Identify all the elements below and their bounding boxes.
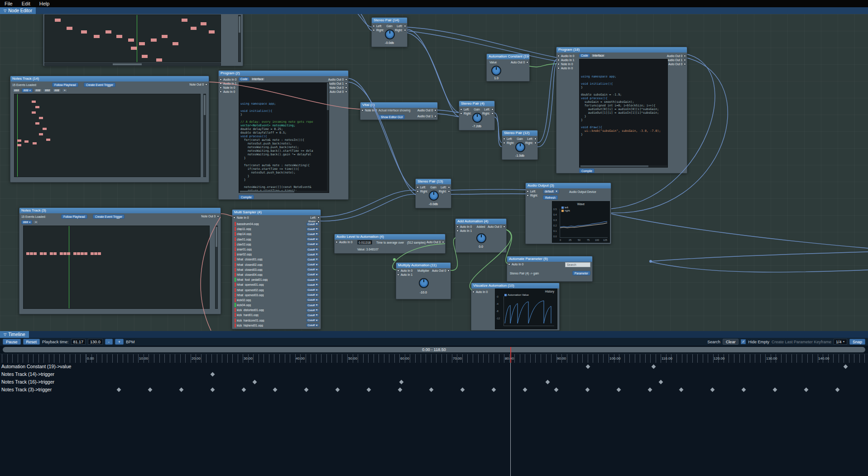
note-block[interactable] — [131, 47, 137, 50]
port-dot[interactable] — [434, 115, 436, 117]
track-row-notes-track-3[interactable]: Notes Track (3)->trigger — [0, 386, 868, 394]
pattern-tab[interactable]: ### — [34, 88, 42, 92]
port-dot[interactable] — [336, 241, 338, 243]
port-dot[interactable] — [534, 142, 537, 144]
keyframe-diamond[interactable] — [773, 388, 777, 392]
tab-node-editor[interactable]: ▽ Node Editor — [0, 7, 36, 14]
node-header[interactable]: Automation Constant (19) — [487, 54, 529, 59]
port-dot[interactable] — [345, 82, 347, 85]
note-in-0-port[interactable]: Note In 0 — [220, 86, 235, 89]
keyframe-diamond[interactable] — [617, 388, 621, 392]
note-block[interactable] — [43, 128, 47, 130]
port-dot[interactable] — [508, 263, 510, 265]
keyframe-diamond[interactable] — [554, 388, 559, 392]
keyframe-diamond[interactable] — [679, 388, 684, 392]
gain-knob[interactable] — [429, 191, 439, 201]
sample-row[interactable]: snar02.ogg Cutoff▼ — [234, 252, 320, 257]
auto-out-0-port[interactable]: Auto Out 0 — [668, 63, 686, 66]
note-in-0-port[interactable]: Note In 0 — [557, 63, 573, 66]
cutoff-select[interactable]: Cutoff▼ — [306, 227, 319, 231]
note-block[interactable] — [17, 144, 21, 146]
keyframe-diamond[interactable] — [652, 365, 656, 369]
note-block[interactable] — [17, 139, 21, 142]
bpm-decrease-button[interactable]: - — [105, 339, 113, 345]
node-header[interactable]: Stereo Pair (13) — [416, 179, 451, 184]
keyframe-diamond[interactable] — [586, 365, 590, 369]
auto-in-0-port[interactable]: Auto In 0 — [472, 290, 488, 293]
note-in-0-port[interactable]: Note In 0 — [233, 216, 249, 219]
node-audio-level-to-automation-4[interactable]: Audio Level to Automation (4) Audio In 0… — [334, 234, 446, 254]
node-multiply-automation-11[interactable]: Multiply Automation (11) Auto In 0 Multi… — [396, 262, 451, 299]
keyframe-diamond[interactable] — [710, 388, 715, 392]
note-block[interactable] — [33, 142, 37, 144]
auto-in-0-port[interactable]: Auto In 0 — [220, 90, 235, 93]
keyframe-diamond[interactable] — [648, 388, 652, 392]
auto-in-0-port[interactable]: Auto In 0 — [557, 67, 573, 70]
note-block[interactable] — [94, 35, 100, 38]
auto-out-0-port[interactable]: Auto Out 0 — [330, 90, 347, 93]
note-block[interactable] — [26, 252, 29, 255]
vscroll-thumb[interactable] — [327, 83, 329, 110]
right-out-port[interactable]: Right: — [525, 141, 537, 144]
right-in-port[interactable]: Right: — [373, 29, 384, 32]
sample-row[interactable]: hihat_opened02.ogg Cutoff▼ — [234, 287, 320, 292]
port-dot[interactable] — [557, 59, 560, 61]
node-header[interactable]: Visualize Automation (10) — [471, 283, 559, 288]
sample-row[interactable]: clap11.ogg Cutoff▼ — [234, 226, 320, 231]
keyframe-diamond[interactable] — [304, 388, 309, 392]
note-block[interactable] — [94, 252, 97, 255]
port-dot[interactable] — [442, 241, 444, 243]
keyframe-diamond[interactable] — [835, 388, 840, 392]
snap-division-select[interactable]: 1/4 ▼ — [834, 339, 847, 345]
track-row-notes-track-16[interactable]: Notes Track (16)->trigger — [0, 378, 868, 386]
port-dot[interactable] — [220, 87, 222, 89]
note-block[interactable] — [84, 252, 87, 255]
audio-out-0-port[interactable]: Audio Out 0 — [667, 54, 686, 58]
playback-time-value[interactable]: 81.17 — [71, 339, 86, 345]
note-block[interactable] — [24, 140, 29, 143]
menu-item-help[interactable]: Help — [39, 1, 50, 6]
left-out-port[interactable]: Left: — [484, 108, 494, 111]
cutoff-select[interactable]: Cutoff▼ — [306, 298, 319, 302]
audio-in-1-port[interactable]: Audio In 1 — [557, 58, 574, 62]
left-out-port[interactable]: Left: — [310, 216, 320, 219]
cutoff-select[interactable]: Cutoff▼ — [306, 242, 319, 246]
note-block[interactable] — [32, 111, 36, 114]
sample-row[interactable]: kick_hard01.ogg Cutoff▼ — [234, 313, 320, 317]
pattern-tab[interactable]: + — [62, 88, 67, 92]
refresh-button[interactable]: Refresh — [543, 195, 558, 200]
cutoff-select[interactable]: Cutoff▼ — [306, 222, 319, 226]
parameter-button[interactable]: Parameter — [572, 271, 590, 275]
cutoff-select[interactable]: Cutoff▼ — [306, 308, 319, 312]
node-header[interactable]: Multi Sampler (4) — [232, 210, 321, 215]
create-event-trigger-button[interactable]: Create Event Trigger — [93, 214, 125, 219]
gain-knob[interactable] — [472, 113, 482, 123]
port-dot[interactable] — [345, 78, 347, 81]
auto-in-0-port[interactable]: Auto In 0 — [508, 263, 523, 266]
keyframe-diamond[interactable] — [211, 388, 215, 392]
port-dot[interactable] — [527, 190, 529, 192]
sample-row[interactable]: kick_distorted01.ogg Cutoff▼ — [234, 308, 320, 313]
auto-in-1-port[interactable]: Auto In 1 — [397, 273, 412, 276]
port-dot[interactable] — [404, 29, 406, 31]
audio-in-0-port[interactable]: Audio In 0 — [220, 78, 236, 81]
keyframe-diamond[interactable] — [804, 388, 809, 392]
piano-roll[interactable] — [44, 14, 221, 63]
keyframe-diamond[interactable] — [523, 388, 528, 392]
vscroll-thumb[interactable] — [239, 16, 240, 33]
auto-out-0-port[interactable]: Auto Out 0 — [488, 225, 505, 228]
audio-out-1-port[interactable]: Audio Out 1 — [667, 58, 686, 62]
node-header[interactable]: Audio Output (3) — [526, 183, 611, 188]
multiply-knob[interactable] — [419, 278, 429, 288]
tab-timeline[interactable]: ▽ Timeline — [0, 331, 29, 338]
follow-playhead-button[interactable]: Follow Playhead — [52, 82, 78, 87]
pattern-tab[interactable]: ### × — [22, 88, 33, 92]
note-block[interactable] — [173, 42, 178, 45]
right-in-port[interactable]: Right: — [460, 112, 471, 115]
note-block[interactable] — [39, 133, 43, 135]
node-header[interactable]: Vital (4) — [360, 102, 437, 108]
sample-row[interactable]: clav01.ogg Cutoff▼ — [234, 237, 320, 242]
keyframe-diamond[interactable] — [844, 365, 848, 369]
timeline-ruler[interactable]: 0.0010.0020.0030.0040.0050.0060.0070.008… — [0, 354, 868, 363]
note-block[interactable] — [162, 35, 168, 38]
